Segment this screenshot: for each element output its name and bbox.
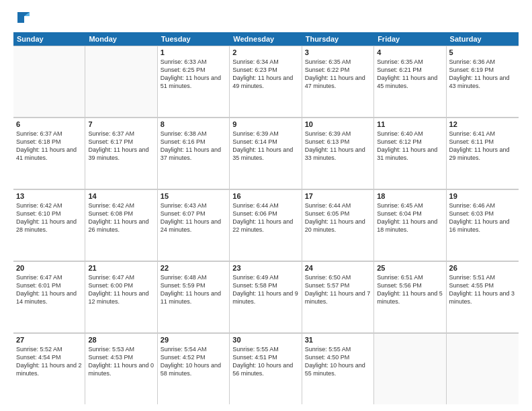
cell-info: Sunrise: 6:50 AM Sunset: 5:57 PM Dayligh…	[305, 273, 371, 306]
cell-info: Sunrise: 6:36 AM Sunset: 6:19 PM Dayligh…	[449, 58, 516, 91]
cell-info: Sunrise: 6:37 AM Sunset: 6:18 PM Dayligh…	[16, 130, 82, 163]
calendar-cell: 22Sunrise: 6:48 AM Sunset: 5:59 PM Dayli…	[158, 261, 230, 332]
day-number: 11	[377, 120, 443, 128]
day-number: 1	[161, 48, 226, 56]
logo-icon	[15, 11, 30, 26]
day-number: 12	[449, 120, 516, 128]
day-number: 25	[377, 264, 443, 272]
calendar-header-cell: Wednesday	[230, 32, 302, 46]
calendar-header-cell: Monday	[85, 32, 157, 46]
calendar-cell: 23Sunrise: 6:49 AM Sunset: 5:58 PM Dayli…	[230, 261, 302, 332]
day-number: 13	[16, 192, 82, 200]
calendar-cell: 11Sunrise: 6:40 AM Sunset: 6:12 PM Dayli…	[374, 118, 446, 189]
cell-info: Sunrise: 6:51 AM Sunset: 5:56 PM Dayligh…	[377, 273, 443, 306]
cell-info: Sunrise: 5:54 AM Sunset: 4:52 PM Dayligh…	[161, 345, 226, 378]
cell-info: Sunrise: 6:35 AM Sunset: 6:21 PM Dayligh…	[377, 58, 443, 91]
cell-info: Sunrise: 5:51 AM Sunset: 4:55 PM Dayligh…	[449, 273, 516, 306]
logo	[13, 11, 30, 26]
calendar-cell: 28Sunrise: 5:53 AM Sunset: 4:53 PM Dayli…	[85, 333, 157, 404]
day-number: 18	[377, 192, 443, 200]
calendar-cell: 25Sunrise: 6:51 AM Sunset: 5:56 PM Dayli…	[374, 261, 446, 332]
cell-info: Sunrise: 6:49 AM Sunset: 5:58 PM Dayligh…	[232, 273, 298, 306]
cell-info: Sunrise: 6:47 AM Sunset: 6:00 PM Dayligh…	[88, 273, 154, 306]
cell-info: Sunrise: 6:47 AM Sunset: 6:01 PM Dayligh…	[16, 273, 82, 306]
day-number: 23	[232, 264, 298, 272]
calendar-cell: 9Sunrise: 6:39 AM Sunset: 6:14 PM Daylig…	[230, 118, 302, 189]
calendar-week-row: 27Sunrise: 5:52 AM Sunset: 4:54 PM Dayli…	[13, 333, 519, 404]
calendar-cell: 2Sunrise: 6:34 AM Sunset: 6:23 PM Daylig…	[230, 46, 302, 117]
cell-info: Sunrise: 6:34 AM Sunset: 6:23 PM Dayligh…	[232, 58, 298, 91]
calendar-cell: 12Sunrise: 6:41 AM Sunset: 6:11 PM Dayli…	[447, 118, 519, 189]
calendar-cell: 15Sunrise: 6:43 AM Sunset: 6:07 PM Dayli…	[158, 189, 230, 261]
day-number: 16	[232, 192, 298, 200]
day-number: 17	[305, 192, 371, 200]
page: SundayMondayTuesdayWednesdayThursdayFrid…	[0, 0, 532, 411]
day-number: 6	[16, 120, 82, 128]
calendar-cell: 16Sunrise: 6:44 AM Sunset: 6:06 PM Dayli…	[230, 189, 302, 261]
calendar-cell: 20Sunrise: 6:47 AM Sunset: 6:01 PM Dayli…	[13, 261, 85, 332]
calendar-cell: 26Sunrise: 5:51 AM Sunset: 4:55 PM Dayli…	[447, 261, 519, 332]
day-number: 5	[449, 48, 516, 56]
day-number: 31	[305, 336, 371, 344]
cell-info: Sunrise: 6:46 AM Sunset: 6:03 PM Dayligh…	[449, 201, 516, 234]
cell-info: Sunrise: 6:42 AM Sunset: 6:10 PM Dayligh…	[16, 201, 82, 234]
calendar-week-row: 20Sunrise: 6:47 AM Sunset: 6:01 PM Dayli…	[13, 261, 519, 333]
calendar-header-cell: Friday	[374, 32, 446, 46]
day-number: 26	[449, 264, 516, 272]
day-number: 4	[377, 48, 443, 56]
cell-info: Sunrise: 6:39 AM Sunset: 6:14 PM Dayligh…	[232, 130, 298, 163]
calendar-cell: 18Sunrise: 6:45 AM Sunset: 6:04 PM Dayli…	[374, 189, 446, 261]
cell-info: Sunrise: 6:44 AM Sunset: 6:06 PM Dayligh…	[232, 201, 298, 234]
day-number: 7	[88, 120, 154, 128]
day-number: 21	[88, 264, 154, 272]
cell-info: Sunrise: 5:52 AM Sunset: 4:54 PM Dayligh…	[16, 345, 82, 378]
day-number: 2	[232, 48, 298, 56]
calendar-cell: 5Sunrise: 6:36 AM Sunset: 6:19 PM Daylig…	[447, 46, 519, 117]
day-number: 24	[305, 264, 371, 272]
calendar-cell	[85, 46, 157, 117]
calendar-cell: 14Sunrise: 6:42 AM Sunset: 6:08 PM Dayli…	[85, 189, 157, 261]
day-number: 30	[232, 336, 298, 344]
calendar-cell: 21Sunrise: 6:47 AM Sunset: 6:00 PM Dayli…	[85, 261, 157, 332]
cell-info: Sunrise: 6:42 AM Sunset: 6:08 PM Dayligh…	[88, 201, 154, 234]
cell-info: Sunrise: 6:39 AM Sunset: 6:13 PM Dayligh…	[305, 130, 371, 163]
cell-info: Sunrise: 5:53 AM Sunset: 4:53 PM Dayligh…	[88, 345, 154, 378]
cell-info: Sunrise: 5:55 AM Sunset: 4:51 PM Dayligh…	[232, 345, 298, 378]
cell-info: Sunrise: 6:33 AM Sunset: 6:25 PM Dayligh…	[161, 58, 226, 91]
calendar-header-row: SundayMondayTuesdayWednesdayThursdayFrid…	[13, 32, 519, 46]
cell-info: Sunrise: 6:41 AM Sunset: 6:11 PM Dayligh…	[449, 130, 516, 163]
calendar-cell: 31Sunrise: 5:55 AM Sunset: 4:50 PM Dayli…	[302, 333, 374, 404]
calendar-cell	[374, 333, 446, 404]
calendar-cell: 29Sunrise: 5:54 AM Sunset: 4:52 PM Dayli…	[158, 333, 230, 404]
calendar-cell: 24Sunrise: 6:50 AM Sunset: 5:57 PM Dayli…	[302, 261, 374, 332]
calendar-cell: 4Sunrise: 6:35 AM Sunset: 6:21 PM Daylig…	[374, 46, 446, 117]
cell-info: Sunrise: 6:44 AM Sunset: 6:05 PM Dayligh…	[305, 201, 371, 234]
cell-info: Sunrise: 6:40 AM Sunset: 6:12 PM Dayligh…	[377, 130, 443, 163]
cell-info: Sunrise: 6:48 AM Sunset: 5:59 PM Dayligh…	[161, 273, 226, 306]
calendar-header-cell: Saturday	[447, 32, 519, 46]
calendar-header-cell: Sunday	[13, 32, 85, 46]
day-number: 10	[305, 120, 371, 128]
calendar-body: 1Sunrise: 6:33 AM Sunset: 6:25 PM Daylig…	[13, 46, 519, 404]
day-number: 9	[232, 120, 298, 128]
cell-info: Sunrise: 6:35 AM Sunset: 6:22 PM Dayligh…	[305, 58, 371, 91]
day-number: 3	[305, 48, 371, 56]
calendar-cell: 7Sunrise: 6:37 AM Sunset: 6:17 PM Daylig…	[85, 118, 157, 189]
calendar-week-row: 1Sunrise: 6:33 AM Sunset: 6:25 PM Daylig…	[13, 46, 519, 118]
calendar-cell: 8Sunrise: 6:38 AM Sunset: 6:16 PM Daylig…	[158, 118, 230, 189]
cell-info: Sunrise: 6:38 AM Sunset: 6:16 PM Dayligh…	[161, 130, 226, 163]
day-number: 27	[16, 336, 82, 344]
calendar-week-row: 13Sunrise: 6:42 AM Sunset: 6:10 PM Dayli…	[13, 189, 519, 261]
calendar-cell: 19Sunrise: 6:46 AM Sunset: 6:03 PM Dayli…	[447, 189, 519, 261]
day-number: 14	[88, 192, 154, 200]
cell-info: Sunrise: 6:43 AM Sunset: 6:07 PM Dayligh…	[161, 201, 226, 234]
day-number: 20	[16, 264, 82, 272]
calendar-cell	[447, 333, 519, 404]
cell-info: Sunrise: 6:37 AM Sunset: 6:17 PM Dayligh…	[88, 130, 154, 163]
calendar-cell: 10Sunrise: 6:39 AM Sunset: 6:13 PM Dayli…	[302, 118, 374, 189]
calendar-header-cell: Tuesday	[158, 32, 230, 46]
day-number: 15	[161, 192, 226, 200]
day-number: 28	[88, 336, 154, 344]
calendar-header-cell: Thursday	[302, 32, 374, 46]
calendar: SundayMondayTuesdayWednesdayThursdayFrid…	[13, 32, 519, 404]
